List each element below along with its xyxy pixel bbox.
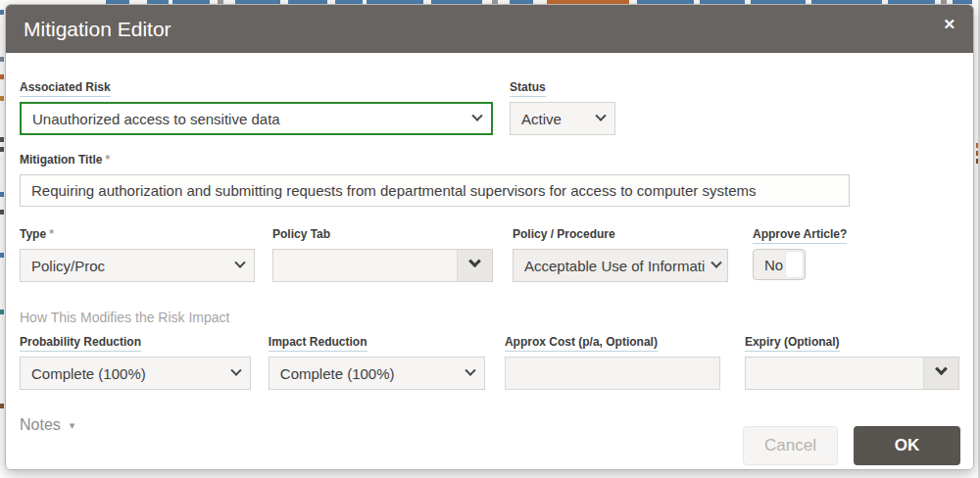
close-icon[interactable]: ✕ xyxy=(943,17,956,31)
page-behind-fragment xyxy=(0,10,4,15)
row-type-policy: Type* Policy/Proc Policy Tab Policy / Pr… xyxy=(20,227,959,282)
caret-down-icon: ▾ xyxy=(70,419,75,432)
policy-procedure-label: Policy / Procedure xyxy=(513,227,728,241)
probability-reduction-label: Probability Reduction xyxy=(20,335,251,349)
probability-reduction-select[interactable]: Complete (100%) xyxy=(20,357,251,390)
type-label: Type* xyxy=(20,227,255,241)
field-policy-procedure: Policy / Procedure Acceptable Use of Inf… xyxy=(513,227,728,282)
mitigation-editor-dialog: Mitigation Editor ✕ Associated Risk Unau… xyxy=(5,4,974,470)
field-approx-cost: Approx Cost (p/a, Optional) xyxy=(505,335,720,390)
approx-cost-label: Approx Cost (p/a, Optional) xyxy=(505,335,720,349)
chevron-down-icon xyxy=(234,258,245,268)
associated-risk-value: Unauthorized access to sensitive data xyxy=(32,111,280,127)
row-associated-risk-status: Associated Risk Unauthorized access to s… xyxy=(20,80,959,135)
impact-reduction-label: Impact Reduction xyxy=(269,335,485,349)
field-probability-reduction: Probability Reduction Complete (100%) xyxy=(20,335,251,390)
approve-article-value: No xyxy=(764,257,783,273)
dialog-header: Mitigation Editor ✕ xyxy=(6,5,973,53)
page-behind-fragment xyxy=(0,310,4,314)
notes-label: Notes xyxy=(20,416,61,434)
page-behind-fragment xyxy=(0,404,4,408)
probability-reduction-value: Complete (100%) xyxy=(31,365,146,382)
page-behind-fragment xyxy=(0,192,4,197)
chevron-down-icon xyxy=(465,365,475,376)
expiry-label: Expiry (Optional) xyxy=(745,335,959,349)
mitigation-title-label: Mitigation Title* xyxy=(20,153,959,167)
status-value: Active xyxy=(521,111,562,127)
chevron-down-icon xyxy=(468,255,481,267)
approve-article-toggle[interactable]: No xyxy=(753,249,806,280)
chevron-down-icon xyxy=(471,111,482,121)
dialog-title: Mitigation Editor xyxy=(24,18,172,41)
policy-procedure-value: Acceptable Use of Informati xyxy=(524,258,705,274)
chevron-down-icon xyxy=(935,362,948,375)
row-reductions-cost-expiry: Probability Reduction Complete (100%) Im… xyxy=(20,335,959,390)
type-select[interactable]: Policy/Proc xyxy=(20,249,255,282)
page-behind-fragment xyxy=(0,57,4,62)
status-label: Status xyxy=(510,80,615,94)
policy-tab-select[interactable] xyxy=(272,249,493,282)
associated-risk-label: Associated Risk xyxy=(20,80,493,94)
cancel-button[interactable]: Cancel xyxy=(743,426,838,465)
page-behind-fragment xyxy=(0,147,4,152)
dialog-body: Associated Risk Unauthorized access to s… xyxy=(6,53,973,470)
field-mitigation-title: Mitigation Title* xyxy=(20,153,959,207)
page-behind-fragment xyxy=(0,210,4,215)
dialog-actions: Cancel OK xyxy=(743,426,960,465)
page-behind-fragment xyxy=(0,253,4,258)
chevron-down-icon xyxy=(595,111,606,121)
associated-risk-select[interactable]: Unauthorized access to sensitive data xyxy=(20,102,493,135)
ok-button[interactable]: OK xyxy=(854,426,960,465)
expiry-select[interactable] xyxy=(745,357,959,390)
toggle-handle xyxy=(786,252,803,277)
impact-reduction-select[interactable]: Complete (100%) xyxy=(269,357,485,390)
impact-reduction-value: Complete (100%) xyxy=(280,365,395,382)
chevron-down-icon xyxy=(711,258,722,268)
select-chevron-box xyxy=(457,250,492,281)
field-expiry: Expiry (Optional) xyxy=(745,335,959,390)
policy-tab-label: Policy Tab xyxy=(272,227,493,241)
field-type: Type* Policy/Proc xyxy=(20,227,255,282)
required-asterisk: * xyxy=(49,227,54,241)
chevron-down-icon xyxy=(230,365,241,376)
field-policy-tab: Policy Tab xyxy=(272,227,493,282)
field-impact-reduction: Impact Reduction Complete (100%) xyxy=(269,335,485,390)
page-behind-fragment xyxy=(0,74,4,79)
page-behind-fragment xyxy=(0,96,4,101)
mitigation-title-input[interactable] xyxy=(20,174,850,207)
required-asterisk: * xyxy=(105,153,110,167)
page-behind-fragment xyxy=(0,137,4,142)
approve-article-label: Approve Article? xyxy=(753,227,847,241)
risk-impact-section-header: How This Modifies the Risk Impact xyxy=(20,310,959,325)
approx-cost-input[interactable] xyxy=(505,357,720,390)
field-status: Status Active xyxy=(510,80,615,135)
status-select[interactable]: Active xyxy=(510,102,615,135)
select-chevron-box xyxy=(923,358,958,389)
field-associated-risk: Associated Risk Unauthorized access to s… xyxy=(20,80,493,135)
field-approve-article: Approve Article? No xyxy=(753,227,847,280)
policy-procedure-select[interactable]: Acceptable Use of Informati xyxy=(513,249,728,282)
type-value: Policy/Proc xyxy=(31,258,105,274)
